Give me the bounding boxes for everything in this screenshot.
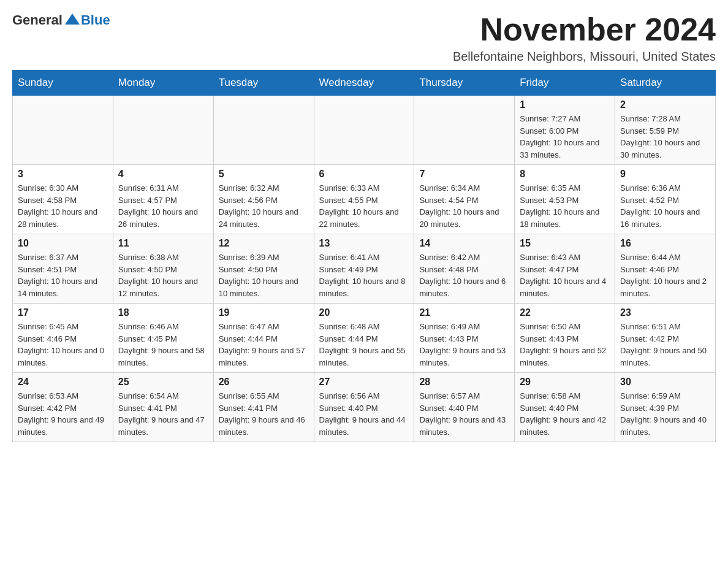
calendar-cell [213,96,314,165]
day-number: 16 [620,238,710,249]
calendar-week-row: 24Sunrise: 6:53 AMSunset: 4:42 PMDayligh… [13,373,716,442]
weekday-header-monday: Monday [113,71,213,96]
day-info: Sunrise: 6:35 AMSunset: 4:53 PMDaylight:… [520,182,610,230]
day-info: Sunrise: 6:56 AMSunset: 4:40 PMDaylight:… [319,390,409,438]
calendar-cell: 12Sunrise: 6:39 AMSunset: 4:50 PMDayligh… [213,234,314,304]
day-number: 25 [118,377,208,388]
calendar-cell: 19Sunrise: 6:47 AMSunset: 4:44 PMDayligh… [213,304,314,373]
day-number: 9 [620,169,710,180]
day-info: Sunrise: 6:41 AMSunset: 4:49 PMDaylight:… [319,251,409,299]
day-number: 11 [118,238,208,249]
day-number: 3 [18,169,108,180]
calendar-cell: 18Sunrise: 6:46 AMSunset: 4:45 PMDayligh… [113,304,213,373]
day-number: 29 [520,377,610,388]
calendar-cell: 13Sunrise: 6:41 AMSunset: 4:49 PMDayligh… [314,234,414,304]
weekday-header-saturday: Saturday [615,71,716,96]
day-number: 30 [620,377,710,388]
day-number: 24 [18,377,108,388]
day-info: Sunrise: 6:30 AMSunset: 4:58 PMDaylight:… [18,182,108,230]
calendar-week-row: 10Sunrise: 6:37 AMSunset: 4:51 PMDayligh… [13,234,716,304]
day-number: 8 [520,169,610,180]
calendar-cell: 27Sunrise: 6:56 AMSunset: 4:40 PMDayligh… [314,373,414,442]
calendar-week-row: 3Sunrise: 6:30 AMSunset: 4:58 PMDaylight… [13,165,716,234]
calendar-cell: 14Sunrise: 6:42 AMSunset: 4:48 PMDayligh… [414,234,515,304]
weekday-header-thursday: Thursday [414,71,515,96]
day-number: 1 [520,99,610,110]
day-info: Sunrise: 6:53 AMSunset: 4:42 PMDaylight:… [18,390,108,438]
calendar-cell: 7Sunrise: 6:34 AMSunset: 4:54 PMDaylight… [414,165,515,234]
calendar-cell: 1Sunrise: 7:27 AMSunset: 6:00 PMDaylight… [515,96,615,165]
calendar-table: SundayMondayTuesdayWednesdayThursdayFrid… [12,70,716,442]
location-title: Bellefontaine Neighbors, Missouri, Unite… [453,50,716,64]
calendar-cell: 24Sunrise: 6:53 AMSunset: 4:42 PMDayligh… [13,373,113,442]
calendar-cell [414,96,515,165]
day-info: Sunrise: 6:39 AMSunset: 4:50 PMDaylight:… [219,251,309,299]
weekday-header-wednesday: Wednesday [314,71,414,96]
day-info: Sunrise: 6:54 AMSunset: 4:41 PMDaylight:… [118,390,208,438]
day-number: 15 [520,238,610,249]
day-number: 4 [118,169,208,180]
logo-general-text: General [12,12,63,28]
day-number: 22 [520,307,610,318]
calendar-cell [113,96,213,165]
day-number: 14 [419,238,509,249]
calendar-cell: 25Sunrise: 6:54 AMSunset: 4:41 PMDayligh… [113,373,213,442]
calendar-week-row: 1Sunrise: 7:27 AMSunset: 6:00 PMDaylight… [13,96,716,165]
calendar-cell: 28Sunrise: 6:57 AMSunset: 4:40 PMDayligh… [414,373,515,442]
month-title: November 2024 [453,12,716,47]
day-number: 27 [319,377,409,388]
day-info: Sunrise: 6:38 AMSunset: 4:50 PMDaylight:… [118,251,208,299]
calendar-week-row: 17Sunrise: 6:45 AMSunset: 4:46 PMDayligh… [13,304,716,373]
calendar-cell: 21Sunrise: 6:49 AMSunset: 4:43 PMDayligh… [414,304,515,373]
day-info: Sunrise: 6:47 AMSunset: 4:44 PMDaylight:… [219,321,309,369]
calendar-cell: 15Sunrise: 6:43 AMSunset: 4:47 PMDayligh… [515,234,615,304]
day-number: 2 [620,99,710,110]
day-info: Sunrise: 6:36 AMSunset: 4:52 PMDaylight:… [620,182,710,230]
day-info: Sunrise: 6:49 AMSunset: 4:43 PMDaylight:… [419,321,509,369]
calendar-cell: 5Sunrise: 6:32 AMSunset: 4:56 PMDaylight… [213,165,314,234]
day-number: 18 [118,307,208,318]
day-number: 5 [219,169,309,180]
day-number: 23 [620,307,710,318]
day-number: 21 [419,307,509,318]
page-header: General Blue November 2024 Bellefontaine… [12,12,716,64]
day-info: Sunrise: 6:55 AMSunset: 4:41 PMDaylight:… [219,390,309,438]
calendar-cell: 16Sunrise: 6:44 AMSunset: 4:46 PMDayligh… [615,234,716,304]
day-number: 10 [18,238,108,249]
title-block: November 2024 Bellefontaine Neighbors, M… [453,12,716,64]
day-info: Sunrise: 6:42 AMSunset: 4:48 PMDaylight:… [419,251,509,299]
day-number: 28 [419,377,509,388]
day-info: Sunrise: 6:37 AMSunset: 4:51 PMDaylight:… [18,251,108,299]
day-info: Sunrise: 6:34 AMSunset: 4:54 PMDaylight:… [419,182,509,230]
day-info: Sunrise: 6:51 AMSunset: 4:42 PMDaylight:… [620,321,710,369]
calendar-cell: 2Sunrise: 7:28 AMSunset: 5:59 PMDaylight… [615,96,716,165]
calendar-cell: 3Sunrise: 6:30 AMSunset: 4:58 PMDaylight… [13,165,113,234]
calendar-cell: 23Sunrise: 6:51 AMSunset: 4:42 PMDayligh… [615,304,716,373]
calendar-cell: 29Sunrise: 6:58 AMSunset: 4:40 PMDayligh… [515,373,615,442]
day-info: Sunrise: 7:27 AMSunset: 6:00 PMDaylight:… [520,113,610,161]
day-info: Sunrise: 6:31 AMSunset: 4:57 PMDaylight:… [118,182,208,230]
day-info: Sunrise: 6:58 AMSunset: 4:40 PMDaylight:… [520,390,610,438]
day-info: Sunrise: 6:33 AMSunset: 4:55 PMDaylight:… [319,182,409,230]
day-number: 6 [319,169,409,180]
calendar-cell [13,96,113,165]
day-number: 7 [419,169,509,180]
day-info: Sunrise: 6:46 AMSunset: 4:45 PMDaylight:… [118,321,208,369]
calendar-cell: 4Sunrise: 6:31 AMSunset: 4:57 PMDaylight… [113,165,213,234]
calendar-cell: 22Sunrise: 6:50 AMSunset: 4:43 PMDayligh… [515,304,615,373]
weekday-header-tuesday: Tuesday [213,71,314,96]
weekday-header-sunday: Sunday [13,71,113,96]
day-info: Sunrise: 6:44 AMSunset: 4:46 PMDaylight:… [620,251,710,299]
day-info: Sunrise: 7:28 AMSunset: 5:59 PMDaylight:… [620,113,710,161]
calendar-cell: 8Sunrise: 6:35 AMSunset: 4:53 PMDaylight… [515,165,615,234]
logo: General Blue [12,12,110,28]
calendar-cell: 6Sunrise: 6:33 AMSunset: 4:55 PMDaylight… [314,165,414,234]
day-info: Sunrise: 6:48 AMSunset: 4:44 PMDaylight:… [319,321,409,369]
day-info: Sunrise: 6:43 AMSunset: 4:47 PMDaylight:… [520,251,610,299]
weekday-header-row: SundayMondayTuesdayWednesdayThursdayFrid… [13,71,716,96]
calendar-cell: 11Sunrise: 6:38 AMSunset: 4:50 PMDayligh… [113,234,213,304]
logo-blue-text: Blue [81,12,110,28]
day-number: 12 [219,238,309,249]
day-info: Sunrise: 6:59 AMSunset: 4:39 PMDaylight:… [620,390,710,438]
calendar-cell: 9Sunrise: 6:36 AMSunset: 4:52 PMDaylight… [615,165,716,234]
